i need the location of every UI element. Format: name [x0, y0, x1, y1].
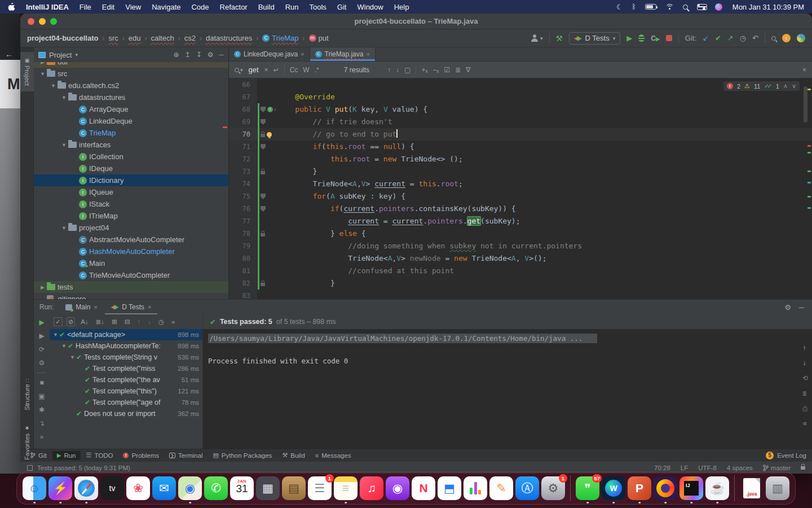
dock-icon-launchpad[interactable]: ▦ [256, 476, 280, 500]
tool-window-structure-button[interactable]: Structure⸬ [20, 372, 34, 417]
select-opened-file-icon[interactable]: ⊕ [174, 51, 179, 59]
git-history-button[interactable]: ◷ [740, 34, 746, 42]
breadcrumb-put[interactable]: mput [309, 34, 329, 42]
find-input[interactable]: get [249, 65, 259, 74]
regex-toggle[interactable]: .* [315, 66, 319, 74]
tool-window-button-build[interactable]: ⚒Build [277, 450, 309, 460]
tree-item-ideque[interactable]: IIDeque [34, 163, 228, 174]
git-branch-widget[interactable]: master [763, 465, 791, 471]
editor-scrollbar[interactable] [804, 86, 807, 122]
dock-icon-finder[interactable]: ☺ [23, 476, 46, 500]
toggle-auto-test-icon[interactable]: ⟳ [39, 345, 45, 353]
code-line-69[interactable]: 69 // if trie doesn't [229, 116, 812, 128]
debug-button[interactable] [638, 34, 645, 42]
dock-icon-contacts[interactable]: ▤ [282, 476, 306, 500]
tool-window-project-button[interactable]: ▣Project [20, 52, 34, 91]
dock-icon-news[interactable]: N [412, 476, 435, 500]
screenshot-icon[interactable]: ▣ [38, 392, 45, 400]
previous-problem-icon[interactable]: ∧ [783, 82, 788, 90]
apple-logo-icon[interactable] [8, 3, 15, 11]
git-update-button[interactable]: ↙ [703, 34, 709, 42]
tree-chevron-icon[interactable]: ▼ [69, 354, 76, 360]
dock-icon-trash[interactable]: ▥ [766, 476, 789, 500]
menu-code[interactable]: Code [191, 3, 209, 11]
breadcrumb-project04-buccellato[interactable]: project04-buccellato [27, 34, 98, 42]
test-item-test-complete-miss[interactable]: ✔Test complete("miss286 ms [50, 363, 202, 374]
code-line-80[interactable]: 80 TrieNode<A,V> newNode = new TrieNode<… [229, 252, 812, 265]
select-all-occurrences-icon[interactable]: ☑ [444, 66, 450, 74]
code-line-67[interactable]: 67 @Override [229, 91, 812, 103]
stop-process-icon[interactable]: ■ [39, 379, 43, 387]
test-history-icon[interactable]: ◷ [157, 317, 166, 326]
import-tests-icon[interactable]: ↴ [39, 419, 45, 427]
indent-style[interactable]: 4 spaces [727, 465, 753, 471]
wifi-icon[interactable] [665, 4, 674, 10]
tool-window-button-terminal[interactable]: ❯Terminal [165, 451, 207, 460]
tree-item-istack[interactable]: IIStack [34, 198, 228, 210]
menu-app-name[interactable]: IntelliJ IDEA [26, 3, 69, 11]
code-line-79[interactable]: 79 //doing something when subkey not in … [229, 240, 812, 252]
spotlight-search-icon[interactable] [683, 5, 688, 10]
clear-console-icon[interactable]: ⌫ [802, 420, 808, 428]
intention-bulb-icon[interactable] [267, 132, 272, 137]
git-rollback-button[interactable]: ↶ [752, 34, 758, 42]
tree-item-project04[interactable]: ▼project04 [34, 222, 228, 234]
siri-icon[interactable] [715, 3, 722, 11]
file-encoding[interactable]: UTF-8 [698, 465, 717, 471]
editor-tab-triemap-java[interactable]: CTrieMap.java× [310, 47, 376, 61]
next-problem-icon[interactable]: ∨ [792, 82, 796, 90]
menu-file[interactable]: File [80, 3, 91, 11]
tool-window-button-todo[interactable]: ☰TODO [82, 450, 118, 460]
fold-marker-icon[interactable] [261, 107, 266, 112]
menu-view[interactable]: View [125, 3, 141, 11]
test-settings-icon[interactable]: ⚙ [39, 359, 45, 367]
breadcrumb-cs2[interactable]: cs2 [184, 34, 196, 42]
more-test-actions-icon[interactable]: » [170, 318, 176, 326]
menu-git[interactable]: Git [337, 3, 347, 11]
dock-icon-mail[interactable]: ✉ [152, 476, 176, 500]
fold-lock-icon[interactable] [261, 233, 265, 237]
next-occurrence-icon[interactable]: ↓ [396, 66, 399, 74]
fold-marker-icon[interactable] [261, 144, 266, 150]
dock-icon-music[interactable]: ♫ [360, 476, 383, 500]
menu-navigate[interactable]: Navigate [152, 3, 180, 11]
test-item-does-not-use-or-import[interactable]: ✔Does not use or import362 ms [50, 408, 202, 419]
dock-icon-photos[interactable]: ❀ [126, 476, 150, 500]
code-line-72[interactable]: 72 this.root = new TrieNode<> (); [229, 153, 812, 165]
close-tab-icon[interactable]: × [301, 51, 304, 58]
dump-threads-icon[interactable]: ✱ [39, 406, 45, 414]
do-not-disturb-icon[interactable]: ☾ [616, 3, 623, 11]
more-actions-icon[interactable]: » [40, 433, 44, 441]
tree-item-edu-caltech-cs2[interactable]: ▼edu.caltech.cs2 [34, 80, 228, 91]
close-tab-icon[interactable]: × [148, 304, 151, 310]
dock-icon-java-file[interactable]: .java [740, 476, 764, 500]
dock-icon-notes[interactable]: ≡ [334, 476, 358, 500]
menu-help[interactable]: Help [394, 3, 409, 11]
tree-chevron-icon[interactable]: ▼ [38, 71, 47, 77]
tree-item-arraydeque[interactable]: CArrayDeque [34, 103, 228, 115]
fold-lock-icon[interactable] [261, 134, 265, 137]
hide-run-panel-icon[interactable]: ─ [799, 303, 804, 312]
dock-icon-apple-tv[interactable]: tv [100, 476, 124, 500]
code-editor[interactable]: 6667 @Override68↑↑ public V put(K key, V… [229, 78, 812, 299]
dock-icon-safari[interactable] [74, 476, 98, 500]
dock-icon-app-store[interactable]: Ⓐ [515, 476, 539, 500]
breadcrumb-src[interactable]: src [108, 34, 118, 42]
tree-chevron-icon[interactable]: ▼ [52, 332, 59, 338]
add-selection-icon[interactable]: +ₓ [421, 66, 427, 74]
project-panel-title[interactable]: Project [49, 51, 72, 59]
search-everywhere-button[interactable] [771, 36, 776, 41]
rerun-tests-icon[interactable]: ▶ [39, 318, 44, 326]
tree-item-abstractmovieautocompleter[interactable]: CAbstractMovieAutoCompleter [34, 234, 228, 246]
print-icon[interactable]: ⎙ [802, 405, 808, 413]
tree-chevron-icon[interactable]: ▼ [49, 83, 58, 89]
project-settings-icon[interactable]: ⚙ [208, 51, 214, 59]
tree-chevron-icon[interactable]: ▶ [38, 62, 47, 65]
tree-chevron-icon[interactable]: ▶ [38, 284, 47, 290]
stop-button[interactable] [666, 35, 672, 41]
tree-item-interfaces[interactable]: ▼interfaces [34, 139, 228, 151]
tree-item-triemovieautocompleter[interactable]: CTrieMovieAutoCompleter [34, 269, 228, 281]
open-in-find-window-icon[interactable]: ▢ [404, 66, 411, 74]
menu-run[interactable]: Run [285, 3, 299, 11]
words-toggle[interactable]: W [303, 66, 309, 74]
